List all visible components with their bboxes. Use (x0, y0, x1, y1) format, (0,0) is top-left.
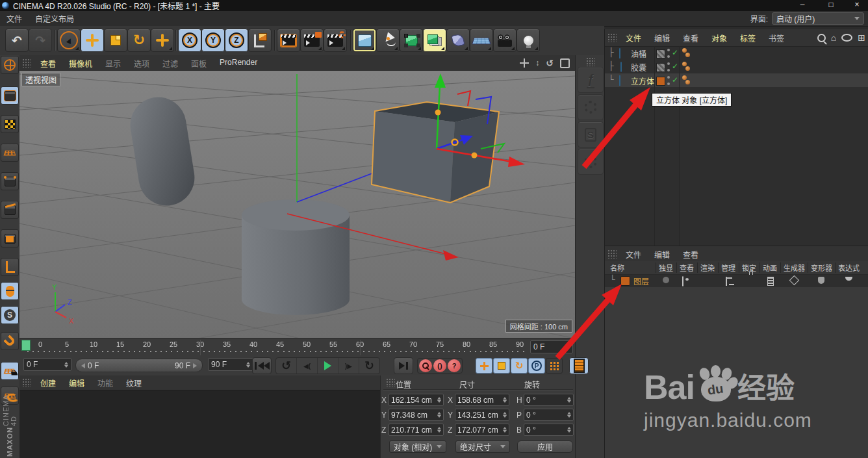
add-subdivision-surface-button[interactable] (400, 29, 423, 52)
eye-icon[interactable] (841, 34, 852, 42)
render-picture-viewer-button[interactable] (300, 29, 324, 52)
drag-grip-icon[interactable] (386, 378, 395, 387)
layer-color-swatch[interactable] (656, 49, 665, 58)
model-mode-button[interactable] (1, 86, 19, 105)
material-menu-2[interactable]: 功能 (97, 377, 113, 388)
interface-dropdown[interactable]: 启动 (用户) (772, 12, 864, 25)
go-to-end-button[interactable] (394, 357, 413, 374)
coord-value-field-位置-Z[interactable]: 210.771 cm (389, 424, 444, 436)
live-selection-button[interactable]: ► (57, 29, 81, 52)
keyframe-help-button[interactable]: ? (448, 359, 461, 372)
visibility-dots-icon[interactable] (667, 49, 670, 58)
drag-grip-icon[interactable] (22, 378, 31, 387)
enable-snap-button[interactable] (1, 332, 19, 350)
spinner-icon[interactable] (437, 412, 441, 418)
object-row-胶囊[interactable]: ├胶囊✓ (605, 60, 868, 73)
manage-toggle-icon[interactable] (726, 277, 727, 286)
add-camera-button[interactable] (493, 29, 517, 52)
coordinate-system-button[interactable] (248, 29, 272, 52)
viewport-menu-6[interactable]: ProRender (220, 58, 257, 69)
layer-row[interactable]: └ 图层 (605, 274, 868, 287)
visibility-dots-icon[interactable] (667, 76, 670, 85)
end-frame-field[interactable]: 90 F (208, 358, 253, 371)
key-rotation-button[interactable]: ↻ (511, 358, 528, 374)
layer-manager-menu-2[interactable]: 查看 (683, 249, 698, 260)
add-primitive-button[interactable] (353, 29, 376, 52)
drag-grip-icon[interactable] (607, 249, 617, 259)
deformers-toggle-icon[interactable] (818, 277, 824, 284)
coord-value-field-旋转-B[interactable]: 0 ° (524, 424, 574, 436)
add-spline-button[interactable] (376, 29, 400, 52)
edges-mode-button[interactable] (1, 201, 19, 219)
start-frame-field[interactable]: 0 F (23, 358, 71, 371)
spinner-icon[interactable] (503, 397, 507, 403)
texture-tag-icons[interactable] (682, 48, 694, 58)
search-icon[interactable] (817, 34, 826, 42)
perspective-viewport[interactable]: Y Z X 透视视图 网格间距 : 100 cm (19, 71, 575, 338)
settings-panel-button[interactable] (578, 94, 604, 120)
spinner-icon[interactable] (566, 344, 570, 350)
key-scale-button[interactable] (493, 358, 510, 374)
solo-toggle-icon[interactable] (663, 277, 669, 283)
expressions-toggle-icon[interactable] (845, 277, 852, 281)
lock-y-axis-button[interactable]: Y (201, 29, 225, 52)
add-instance-button[interactable] (423, 29, 446, 52)
points-mode-button[interactable] (1, 172, 19, 190)
scale-tool-button[interactable] (104, 29, 127, 52)
enabled-check-icon[interactable]: ✓ (672, 75, 678, 84)
play-button[interactable] (318, 358, 338, 374)
material-menu-3[interactable]: 纹理 (126, 377, 142, 388)
object-manager-menu-1[interactable]: 编辑 (654, 32, 670, 44)
lock-z-axis-button[interactable]: Z (225, 29, 248, 52)
settings-panel2-button[interactable] (578, 149, 604, 175)
restore-button[interactable]: □ (821, 0, 841, 10)
spinner-icon[interactable] (64, 362, 68, 368)
polygons-mode-button[interactable] (1, 229, 19, 248)
material-menu-0[interactable]: 创建 (40, 377, 56, 388)
drag-grip-icon[interactable] (607, 33, 617, 42)
play-backwards-button[interactable]: ↺ (276, 358, 297, 374)
current-frame-marker[interactable] (21, 340, 31, 351)
spinner-icon[interactable] (503, 427, 507, 433)
animation-toggle-icon[interactable] (767, 277, 774, 286)
app-menu-1[interactable]: 自定义布局 (35, 13, 74, 24)
layer-color-swatch[interactable] (656, 63, 665, 72)
size-mode-dropdown[interactable]: 绝对尺寸 (455, 440, 510, 453)
previous-key-button[interactable]: ◀( (297, 358, 318, 374)
spinner-icon[interactable] (567, 397, 571, 403)
spinner-icon[interactable] (437, 397, 441, 403)
go-to-start-button[interactable] (252, 357, 272, 374)
animation-palette-button[interactable] (569, 357, 589, 374)
position-mode-dropdown[interactable]: 对象 (相对) (389, 440, 446, 453)
viewport-maximize-icon[interactable] (560, 58, 570, 68)
undo-button[interactable]: ↶ (5, 29, 29, 52)
texture-tag-icons[interactable] (682, 62, 694, 72)
apply-button[interactable]: 应用 (517, 440, 573, 453)
add-deformer-button[interactable] (446, 29, 470, 52)
close-button[interactable]: × (847, 0, 867, 10)
viewport-menu-0[interactable]: 查看 (40, 58, 56, 69)
view-toggle-icon[interactable] (682, 276, 683, 286)
material-menu-1[interactable]: 编辑 (69, 377, 84, 388)
key-position-button[interactable] (476, 358, 492, 374)
autokey-button[interactable]: () (433, 359, 446, 372)
play-forwards-button[interactable]: ↻ (359, 358, 379, 374)
render-settings-button[interactable] (324, 29, 347, 52)
object-row-立方体[interactable]: └立方体✓ (605, 73, 868, 87)
lock-workplane-button[interactable] (1, 362, 19, 380)
texture-mode-button[interactable] (1, 115, 19, 133)
spinner-icon[interactable] (246, 362, 250, 368)
app-menu-0[interactable]: 文件 (6, 13, 22, 24)
record-key-button[interactable] (419, 359, 432, 372)
object-manager-menu-4[interactable]: 标签 (740, 32, 756, 44)
enabled-check-icon[interactable]: ✓ (672, 48, 678, 57)
last-tool-button[interactable] (151, 29, 174, 52)
minimize-button[interactable]: – (793, 0, 812, 10)
viewport-menu-3[interactable]: 选项 (134, 58, 149, 69)
coord-value-field-尺寸-Y[interactable]: 143.251 cm (455, 409, 509, 421)
home-icon[interactable]: ⌂ (831, 32, 836, 43)
render-view-button[interactable] (277, 29, 300, 52)
layer-color-swatch[interactable] (656, 77, 665, 86)
viewport-menu-1[interactable]: 摄像机 (69, 58, 92, 69)
object-manager-menu-3[interactable]: 对象 (711, 32, 727, 44)
